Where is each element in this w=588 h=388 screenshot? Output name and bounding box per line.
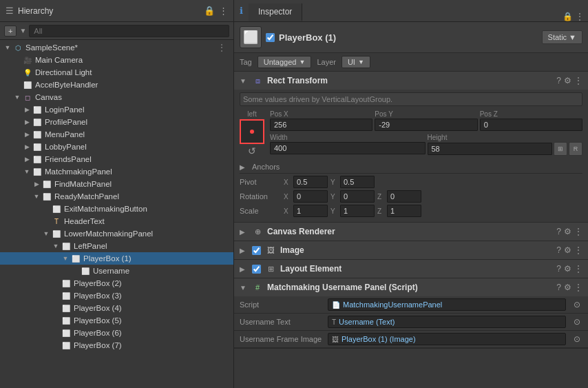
script-settings-icon[interactable]: ⚙	[564, 283, 571, 292]
static-dropdown-button[interactable]: Static ▼	[542, 30, 582, 44]
image-help-icon[interactable]: ?	[556, 245, 561, 255]
tree-item-accelbyte-handler[interactable]: ⬜ AccelByteHandler	[0, 79, 233, 91]
tree-item-lower-matchmaking-panel[interactable]: ▼ ⬜ LowerMatchmakingPanel	[0, 227, 233, 240]
rect-help-icon[interactable]: ?	[556, 76, 561, 85]
anchors-expand-icon[interactable]: ▶	[240, 163, 248, 171]
rotation-y-input[interactable]	[340, 190, 375, 203]
inspector-more-icon[interactable]: ⋮	[576, 12, 584, 21]
pos-z-input[interactable]	[480, 119, 582, 131]
find-match-arrow[interactable]: ▶	[32, 181, 41, 187]
width-input[interactable]	[270, 142, 426, 154]
tree-item-find-match-panel[interactable]: ▶ ⬜ FindMatchPanel	[0, 178, 233, 190]
tree-item-playerbox-3[interactable]: ⬜ PlayerBox (3)	[0, 289, 233, 302]
script-goto-icon[interactable]: ⊙	[571, 300, 582, 309]
image-enabled-checkbox[interactable]	[252, 246, 261, 255]
script-more-icon[interactable]: ⋮	[574, 283, 582, 292]
tree-item-playerbox-1[interactable]: ▼ ⬜ PlayerBox (1)	[0, 252, 233, 265]
playerbox1-arrow[interactable]: ▼	[61, 255, 70, 262]
tree-item-playerbox-5[interactable]: ⬜ PlayerBox (5)	[0, 314, 233, 327]
tree-item-lobby-panel[interactable]: ▶ ⬜ LobbyPanel	[0, 141, 233, 153]
scale-x-input[interactable]	[293, 205, 328, 217]
rotation-z-input[interactable]	[387, 190, 421, 203]
tree-item-main-camera[interactable]: 🎥 Main Camera	[0, 54, 233, 66]
inspector-lock-icon[interactable]: 🔒	[563, 12, 573, 21]
image-header[interactable]: ▶ 🖼 Image ? ⚙ ⋮	[234, 241, 588, 259]
scale-y-input[interactable]	[340, 205, 375, 217]
tree-item-exit-matchmaking-btn[interactable]: ⬜ ExitMatchmakingButton	[0, 203, 233, 215]
constrain-ratio-button[interactable]: ⊞	[554, 142, 567, 156]
layout-enabled-checkbox[interactable]	[252, 265, 261, 274]
username-text-goto-icon[interactable]: ⊙	[571, 317, 582, 327]
canvas-more-icon[interactable]: ⋮	[574, 227, 582, 236]
hierarchy-menu-icon[interactable]: ☰	[6, 6, 14, 16]
height-input[interactable]	[428, 143, 553, 155]
hierarchy-more-icon[interactable]: ⋮	[219, 6, 228, 16]
layout-help-icon[interactable]: ?	[556, 264, 561, 274]
pivot-x-input[interactable]	[293, 176, 328, 188]
tree-item-playerbox-7[interactable]: ⬜ PlayerBox (7)	[0, 339, 233, 351]
tree-item-canvas[interactable]: ▼ ◻ Canvas	[0, 91, 233, 103]
layout-element-header[interactable]: ▶ ⊞ Layout Element ? ⚙ ⋮	[234, 260, 588, 278]
rect-transform-header[interactable]: ▼ ⧈ Rect Transform ? ⚙ ⋮	[234, 72, 588, 90]
playerbox7-label: PlayerBox (7)	[74, 341, 122, 349]
tree-item-friends-panel[interactable]: ▶ ⬜ FriendsPanel	[0, 153, 233, 165]
layout-settings-icon[interactable]: ⚙	[564, 264, 571, 274]
tree-item-header-text[interactable]: T HeaderText	[0, 215, 233, 227]
pos-x-input[interactable]	[270, 119, 372, 131]
add-chevron-icon[interactable]: ▼	[19, 27, 26, 34]
canvas-arrow[interactable]: ▼	[12, 94, 22, 101]
tree-item-left-panel[interactable]: ▼ ⬜ LeftPanel	[0, 240, 233, 252]
image-more-icon[interactable]: ⋮	[574, 245, 582, 255]
add-object-button[interactable]: +	[4, 25, 17, 37]
username-frame-goto-icon[interactable]: ⊙	[571, 334, 582, 344]
tree-item-ready-match-panel[interactable]: ▼ ⬜ ReadyMatchPanel	[0, 190, 233, 203]
rect-settings-icon[interactable]: ⚙	[564, 76, 571, 85]
tree-item-matchmaking-panel[interactable]: ▼ ⬜ MatchmakingPanel	[0, 165, 233, 178]
scene-kebab-icon[interactable]: ⋮	[214, 42, 229, 53]
canvas-settings-icon[interactable]: ⚙	[564, 227, 571, 236]
script-header[interactable]: ▼ # Matchmaking Username Panel (Script) …	[234, 278, 588, 296]
image-settings-icon[interactable]: ⚙	[564, 245, 571, 255]
profile-arrow[interactable]: ▶	[22, 119, 32, 125]
object-enabled-checkbox[interactable]	[266, 33, 275, 42]
left-panel-arrow[interactable]: ▼	[51, 243, 61, 249]
tree-item-directional-light[interactable]: 💡 Directional Light	[0, 66, 233, 79]
tree-item-playerbox-2[interactable]: ⬜ PlayerBox (2)	[0, 277, 233, 289]
rect-more-icon[interactable]: ⋮	[574, 76, 582, 85]
tree-item-username[interactable]: ⬜ Username	[0, 265, 233, 277]
rotation-x-input[interactable]	[293, 190, 328, 203]
image-expand-icon: ▶	[240, 247, 248, 254]
pivot-y-input[interactable]	[340, 176, 375, 188]
tree-item-profile-panel[interactable]: ▶ ⬜ ProfilePanel	[0, 116, 233, 128]
pos-y-input[interactable]	[375, 119, 477, 131]
hierarchy-search-input[interactable]	[29, 25, 229, 37]
friends-arrow[interactable]: ▶	[22, 156, 32, 163]
tab-inspector[interactable]: Inspector	[249, 3, 302, 21]
rect-left-col: left ↺	[240, 110, 264, 158]
script-help-icon[interactable]: ?	[556, 283, 561, 292]
hierarchy-lock-icon[interactable]: 🔒	[204, 6, 215, 16]
tree-item-login-panel[interactable]: ▶ ⬜ LoginPanel	[0, 103, 233, 116]
tag-dropdown-button[interactable]: Untagged ▼	[258, 56, 312, 68]
profile-panel-icon: ⬜	[32, 116, 43, 127]
tree-item-playerbox-6[interactable]: ⬜ PlayerBox (6)	[0, 327, 233, 339]
left-panel-label: LeftPanel	[74, 242, 107, 250]
layer-dropdown-button[interactable]: UI ▼	[342, 56, 370, 68]
ready-match-arrow[interactable]: ▼	[32, 193, 41, 200]
scene-expand-arrow[interactable]: ▼	[3, 44, 12, 51]
tree-item-playerbox-4[interactable]: ⬜ PlayerBox (4)	[0, 302, 233, 314]
scale-z-input[interactable]	[387, 205, 421, 217]
matchmaking-arrow[interactable]: ▼	[22, 168, 32, 175]
login-arrow[interactable]: ▶	[22, 106, 32, 113]
anchor-box[interactable]	[240, 119, 264, 144]
lower-panel-arrow[interactable]: ▼	[41, 230, 51, 237]
canvas-renderer-header[interactable]: ▶ ⊕ Canvas Renderer ? ⚙ ⋮	[234, 223, 588, 241]
layout-more-icon[interactable]: ⋮	[574, 264, 582, 274]
scene-root-item[interactable]: ▼ ⬡ SampleScene* ⋮	[0, 41, 233, 54]
menu-arrow[interactable]: ▶	[22, 131, 32, 138]
reset-button[interactable]: R	[569, 142, 582, 156]
lobby-arrow[interactable]: ▶	[22, 143, 32, 150]
canvas-help-icon[interactable]: ?	[556, 227, 561, 236]
rotate-anchor-button[interactable]: ↺	[246, 145, 258, 156]
tree-item-menu-panel[interactable]: ▶ ⬜ MenuPanel	[0, 128, 233, 141]
